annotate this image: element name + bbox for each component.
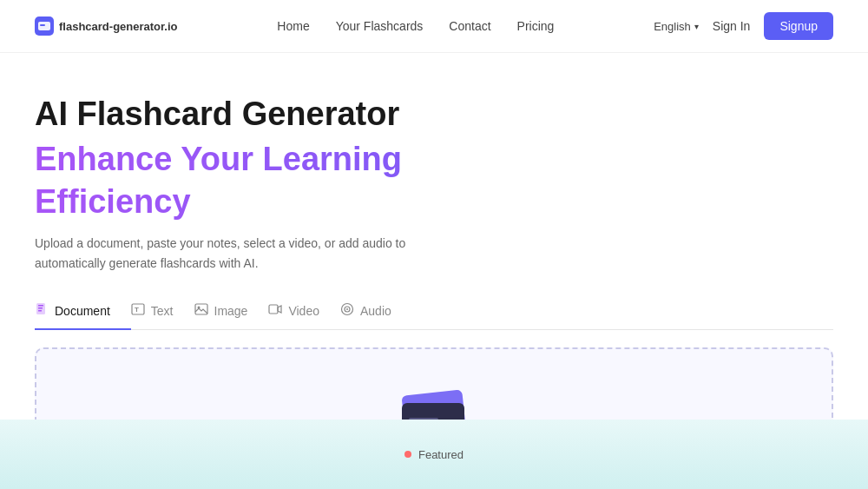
- content-tabs: Document T Text Image: [35, 294, 833, 330]
- tab-document[interactable]: Document: [35, 294, 131, 330]
- signin-button[interactable]: Sign In: [713, 19, 751, 33]
- bottom-section: Featured: [0, 420, 868, 489]
- logo-text: flashcard-generator.io: [59, 20, 178, 33]
- tab-video-label: Video: [288, 304, 319, 318]
- audio-icon: [340, 302, 354, 320]
- document-icon: [35, 302, 49, 320]
- svg-rect-6: [38, 310, 42, 312]
- hero-title-line1: AI Flashcard Generator: [35, 95, 833, 135]
- nav-pricing[interactable]: Pricing: [517, 19, 555, 33]
- image-icon: [194, 302, 208, 320]
- tab-image[interactable]: Image: [194, 294, 269, 330]
- text-icon: T: [131, 302, 145, 320]
- tab-image-label: Image: [214, 304, 248, 318]
- featured-label: Featured: [418, 448, 464, 461]
- logo-icon: [35, 17, 54, 36]
- signup-button[interactable]: Signup: [764, 12, 833, 40]
- nav-flashcards[interactable]: Your Flashcards: [336, 19, 424, 33]
- svg-text:T: T: [135, 306, 139, 314]
- tab-text[interactable]: T Text: [131, 294, 194, 330]
- featured-dot: [404, 451, 411, 458]
- hero-title-gradient: Enhance Your Learning Efficiency: [35, 138, 833, 224]
- svg-rect-4: [38, 305, 43, 307]
- tab-document-label: Document: [55, 304, 110, 318]
- svg-point-14: [346, 308, 348, 310]
- nav-home[interactable]: Home: [277, 19, 309, 33]
- chevron-down-icon: ▾: [694, 22, 699, 31]
- main-nav: Home Your Flashcards Contact Pricing: [277, 19, 554, 33]
- tab-audio[interactable]: Audio: [340, 294, 412, 330]
- language-label: English: [654, 20, 691, 33]
- svg-rect-2: [40, 24, 45, 26]
- svg-rect-5: [38, 307, 43, 309]
- logo[interactable]: flashcard-generator.io: [35, 17, 178, 36]
- nav-contact[interactable]: Contact: [449, 19, 490, 33]
- language-selector[interactable]: English ▾: [654, 20, 699, 33]
- header-right: English ▾ Sign In Signup: [654, 12, 833, 40]
- svg-rect-9: [195, 304, 207, 314]
- tab-audio-label: Audio: [360, 304, 391, 318]
- video-icon: [268, 302, 282, 320]
- tab-text-label: Text: [151, 304, 174, 318]
- svg-rect-11: [269, 305, 278, 314]
- tab-video[interactable]: Video: [268, 294, 340, 330]
- hero-subtitle: Upload a document, paste your notes, sel…: [35, 234, 417, 273]
